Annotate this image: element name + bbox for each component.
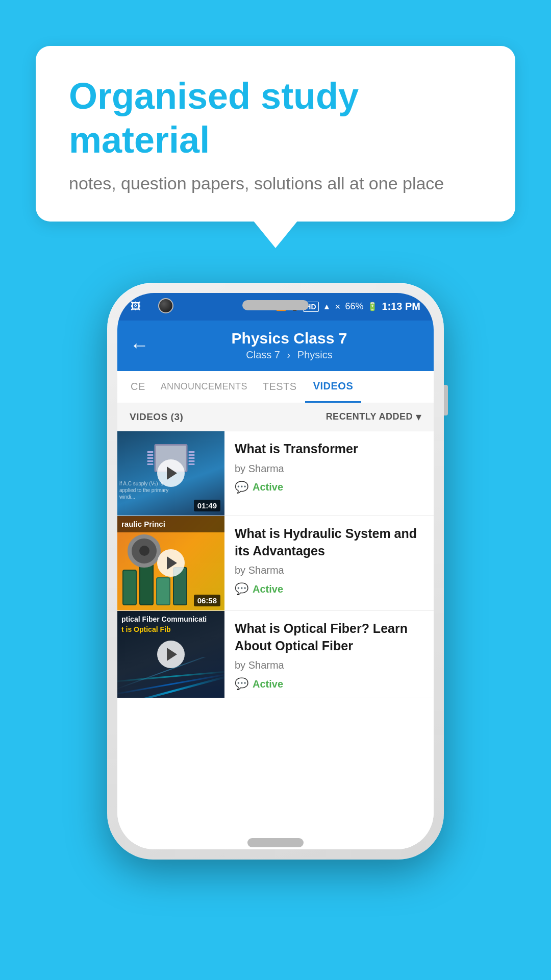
battery-text: 66%: [345, 301, 363, 312]
video-author-2: by Sharma: [235, 565, 423, 576]
sort-label: RECENTLY ADDED: [326, 411, 413, 422]
video-info-2: What is Hydraulic System and its Advanta…: [224, 516, 434, 610]
video-thumb-3: ptical Fiber Communicati t is Optical Fi…: [117, 611, 224, 698]
chat-icon-2: 💬: [235, 582, 248, 596]
optical-line2: t is Optical Fib: [121, 625, 220, 633]
top-section: Organised study material notes, question…: [0, 0, 551, 222]
play-button-1[interactable]: [157, 459, 185, 487]
network-icon: ✕: [335, 303, 341, 311]
bubble-subtitle: notes, question papers, solutions all at…: [69, 174, 482, 193]
duration-1: 01:49: [194, 500, 220, 511]
app-bar-title-group: Physics Class 7 Class 7 › Physics: [157, 330, 421, 361]
active-label-3: Active: [253, 678, 283, 690]
side-button: [444, 385, 448, 415]
optical-overlay-text: ptical Fiber Communicati t is Optical Fi…: [117, 611, 224, 638]
video-title-1: What is Transformer: [235, 440, 423, 458]
video-item-2[interactable]: raulic Princi: [117, 516, 434, 611]
speech-bubble: Organised study material notes, question…: [36, 46, 515, 222]
play-icon-2: [167, 556, 177, 570]
videos-count: VIDEOS (3): [130, 411, 183, 423]
phone-screen: 🖼 ✱ 📶 📳 HD ▲ ✕ 66% 🔋 1:13 PM: [117, 293, 434, 849]
video-item-1[interactable]: if A.C supply (V₁) is applied to the pri…: [117, 431, 434, 516]
page-background: Organised study material notes, question…: [0, 0, 551, 980]
video-thumb-1: if A.C supply (V₁) is applied to the pri…: [117, 431, 224, 516]
play-button-2[interactable]: [157, 549, 185, 577]
tab-videos[interactable]: VIDEOS: [305, 371, 362, 403]
video-title-2: What is Hydraulic System and its Advanta…: [235, 525, 423, 560]
home-indicator: [247, 838, 304, 847]
subtitle-class: Class 7: [246, 349, 280, 360]
play-icon-1: [167, 467, 177, 480]
video-author-3: by Sharma: [235, 659, 423, 671]
time-display: 1:13 PM: [382, 301, 420, 312]
bubble-title: Organised study material: [69, 74, 482, 162]
back-button[interactable]: ←: [130, 335, 149, 355]
chat-icon-1: 💬: [235, 481, 248, 494]
hyd-title-text: raulic Princi: [121, 520, 165, 528]
video-status-3: 💬 Active: [235, 677, 423, 691]
wifi-icon: ▲: [323, 302, 331, 311]
chat-icon-3: 💬: [235, 677, 248, 691]
phone-outer: 🖼 ✱ 📶 📳 HD ▲ ✕ 66% 🔋 1:13 PM: [107, 283, 444, 860]
tabs-bar: CE ANNOUNCEMENTS TESTS VIDEOS: [117, 371, 434, 403]
hyd-gear: [128, 534, 161, 568]
bubble-tail: [253, 220, 298, 248]
active-label-2: Active: [253, 583, 283, 595]
play-button-3[interactable]: [157, 641, 185, 668]
optical-line1: ptical Fiber Communicati: [121, 615, 220, 623]
photo-icon: 🖼: [131, 301, 141, 312]
subtitle-subject: Physics: [297, 349, 333, 360]
video-title-3: What is Optical Fiber? Learn About Optic…: [235, 620, 423, 655]
duration-2: 06:58: [194, 595, 220, 606]
tab-announcements[interactable]: ANNOUNCEMENTS: [154, 372, 255, 401]
active-label-1: Active: [253, 481, 283, 493]
play-icon-3: [167, 648, 177, 661]
phone-wrapper: 🖼 ✱ 📶 📳 HD ▲ ✕ 66% 🔋 1:13 PM: [0, 283, 551, 860]
video-thumb-2: raulic Princi: [117, 516, 224, 610]
app-bar: ← Physics Class 7 Class 7 › Physics: [117, 321, 434, 371]
tab-ce[interactable]: CE: [122, 372, 154, 402]
video-status-1: 💬 Active: [235, 481, 423, 494]
video-list: if A.C supply (V₁) is applied to the pri…: [117, 431, 434, 849]
sort-chevron-icon: ▾: [416, 410, 421, 424]
video-author-1: by Sharma: [235, 463, 423, 475]
videos-header: VIDEOS (3) RECENTLY ADDED ▾: [117, 403, 434, 431]
battery-icon: 🔋: [367, 302, 378, 311]
subtitle-sep: ›: [287, 349, 291, 360]
status-left: 🖼: [131, 301, 141, 312]
video-info-1: What is Transformer by Sharma 💬 Active: [224, 431, 434, 516]
hyd-header: raulic Princi: [117, 516, 224, 532]
tab-tests[interactable]: TESTS: [255, 372, 305, 402]
video-item-3[interactable]: ptical Fiber Communicati t is Optical Fi…: [117, 611, 434, 699]
video-info-3: What is Optical Fiber? Learn About Optic…: [224, 611, 434, 698]
app-bar-title: Physics Class 7: [157, 330, 421, 347]
video-status-2: 💬 Active: [235, 582, 423, 596]
phone-speaker: [242, 300, 309, 310]
camera-lens: [158, 298, 173, 313]
sort-button[interactable]: RECENTLY ADDED ▾: [326, 410, 421, 424]
app-bar-subtitle: Class 7 › Physics: [157, 349, 421, 361]
